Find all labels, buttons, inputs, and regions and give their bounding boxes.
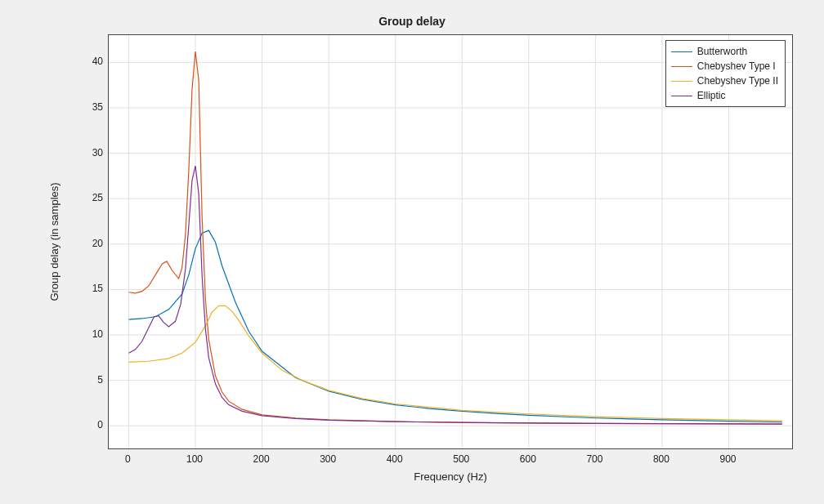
x-tick-label: 900 (720, 453, 737, 465)
legend-swatch (671, 66, 692, 67)
y-tick-label: 10 (70, 328, 103, 340)
y-tick-label: 20 (70, 238, 103, 249)
y-tick-label: 5 (70, 374, 103, 386)
y-tick-label: 40 (70, 56, 103, 67)
series-chebyshev-type-ii (128, 306, 781, 421)
legend-label: Chebyshev Type II (697, 75, 778, 87)
y-tick-label: 15 (70, 283, 103, 294)
x-tick-label: 600 (520, 453, 536, 465)
series-elliptic (128, 166, 781, 424)
legend-entry: Chebyshev Type I (671, 59, 778, 74)
data-series (128, 51, 781, 424)
y-tick-label: 35 (70, 101, 103, 113)
x-tick-label: 200 (253, 453, 270, 465)
x-tick-label: 100 (186, 453, 203, 465)
legend-swatch (671, 96, 692, 96)
x-tick-label: 300 (320, 453, 336, 465)
x-tick-label: 800 (653, 453, 670, 465)
axes: ButterworthChebyshev Type IChebyshev Typ… (108, 34, 793, 449)
series-butterworth (128, 230, 781, 422)
legend: ButterworthChebyshev Type IChebyshev Typ… (665, 40, 786, 107)
legend-entry: Chebyshev Type II (671, 74, 778, 88)
legend-entry: Butterworth (671, 44, 778, 59)
x-tick-label: 0 (125, 453, 131, 465)
chart-title: Group delay (0, 15, 824, 28)
legend-label: Elliptic (697, 90, 726, 101)
x-tick-label: 700 (586, 453, 602, 465)
figure-window: Group delay ButterworthChebyshev Type IC… (0, 0, 824, 504)
legend-entry: Elliptic (671, 88, 778, 103)
legend-label: Butterworth (697, 46, 747, 57)
x-tick-label: 500 (453, 453, 469, 465)
x-tick-label: 400 (387, 453, 403, 465)
legend-label: Chebyshev Type I (697, 60, 776, 72)
series-chebyshev-type-i (128, 51, 781, 424)
y-tick-label: 0 (70, 419, 103, 430)
y-axis-label: Group delay (in samples) (48, 182, 60, 301)
legend-swatch (671, 81, 692, 82)
legend-swatch (671, 51, 692, 52)
y-tick-label: 30 (70, 147, 103, 158)
y-tick-label: 25 (70, 192, 103, 203)
x-axis-label: Frequency (Hz) (108, 471, 793, 483)
